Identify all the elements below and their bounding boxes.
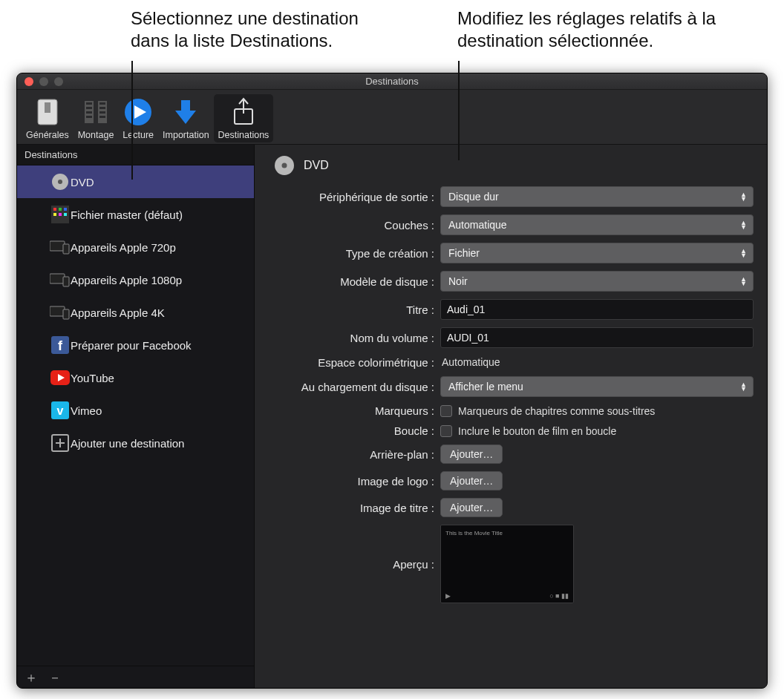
svg-rect-9 [99, 107, 105, 109]
play-icon [123, 96, 153, 128]
checkbox-markers-label: Marqueurs de chapitres comme sous-titres [458, 405, 655, 417]
svg-rect-26 [50, 241, 65, 251]
chevron-updown-icon: ▲▼ [740, 277, 747, 286]
select-value: Noir [448, 275, 468, 287]
svg-rect-21 [59, 208, 62, 211]
select-value: Disque dur [448, 191, 499, 203]
tab-label: Générales [26, 130, 69, 140]
chevron-updown-icon: ▲▼ [740, 192, 747, 201]
svg-marker-14 [175, 100, 196, 124]
tab-montage[interactable]: Montage [74, 94, 119, 142]
preferences-toolbar: Générales Montage Lecture Importation De… [17, 90, 767, 145]
tab-label: Lecture [122, 130, 154, 140]
svg-rect-6 [86, 111, 92, 114]
switch-icon [36, 96, 59, 128]
label-build-type: Type de création : [268, 247, 440, 260]
plus-box-icon [50, 433, 71, 453]
destination-item-vimeo[interactable]: v Vimeo [17, 394, 254, 427]
svg-rect-10 [99, 111, 105, 114]
devices-icon [50, 237, 71, 257]
select-value: Automatique [448, 219, 507, 231]
svg-rect-1 [45, 102, 50, 113]
svg-rect-20 [53, 208, 56, 211]
input-volume-name[interactable] [440, 327, 754, 348]
destination-item-1080p[interactable]: Appareils Apple 1080p [17, 263, 254, 296]
svg-rect-28 [50, 274, 65, 283]
chevron-updown-icon: ▲▼ [740, 382, 747, 391]
select-layers[interactable]: Automatique ▲▼ [440, 214, 754, 235]
checkbox-markers[interactable] [440, 405, 452, 417]
label-layers: Couches : [268, 219, 440, 232]
destination-item-youtube[interactable]: YouTube [17, 361, 254, 394]
label-disc-template: Modèle de disque : [268, 275, 440, 288]
detail-title: DVD [304, 159, 329, 172]
svg-rect-31 [63, 309, 69, 319]
preferences-window: Destinations Générales Montage Lecture I… [16, 73, 768, 689]
tab-generales[interactable]: Générales [22, 94, 74, 142]
label-title-image: Image de titre : [268, 502, 440, 514]
destinations-sidebar: Destinations DVD Fichier master (défaut) [17, 145, 255, 688]
destination-item-facebook[interactable]: f Préparer pour Facebook [17, 329, 254, 361]
youtube-icon [50, 367, 71, 388]
svg-text:v: v [57, 404, 64, 417]
destination-item-master[interactable]: Fichier master (défaut) [17, 198, 254, 231]
label-background: Arrière-plan : [268, 448, 440, 461]
svg-rect-23 [53, 213, 56, 216]
destinations-list: DVD Fichier master (défaut) Appareils Ap… [17, 165, 254, 666]
sidebar-header: Destinations [17, 145, 254, 165]
devices-icon [50, 302, 71, 323]
remove-destination-button[interactable]: － [48, 669, 62, 686]
svg-rect-27 [63, 244, 69, 254]
label-preview: Aperçu : [268, 558, 440, 571]
label-title: Titre : [268, 303, 440, 316]
select-value: Fichier [448, 247, 480, 259]
svg-rect-4 [86, 102, 92, 105]
facebook-icon: f [50, 335, 71, 355]
select-value: Afficher le menu [448, 381, 523, 393]
svg-point-18 [58, 180, 62, 184]
select-output-device[interactable]: Disque dur ▲▼ [440, 186, 754, 207]
svg-rect-22 [64, 208, 67, 211]
label-output-device: Périphérique de sortie : [268, 191, 440, 203]
preview-text: This is the Movie Title [445, 530, 503, 536]
svg-rect-25 [64, 213, 67, 216]
button-add-title-image[interactable]: Ajouter… [440, 498, 503, 517]
preview-thumbnail: This is the Movie Title ▶ ○ ■ ▮▮ [440, 525, 574, 603]
detail-pane: DVD Périphérique de sortie : Disque dur … [255, 145, 767, 688]
label-loop: Boucle : [268, 424, 440, 437]
select-build-type[interactable]: Fichier ▲▼ [440, 243, 754, 263]
tab-importation[interactable]: Importation [158, 94, 214, 142]
filmstrip-icon [82, 96, 110, 128]
tab-lecture[interactable]: Lecture [118, 94, 158, 142]
svg-rect-5 [86, 107, 92, 109]
label-markers: Marqueurs : [268, 404, 440, 417]
chevron-updown-icon: ▲▼ [740, 220, 747, 229]
destination-item-720p[interactable]: Appareils Apple 720p [17, 231, 254, 263]
devices-icon [50, 269, 71, 290]
tab-label: Montage [78, 130, 114, 140]
callout-line-right [458, 61, 460, 160]
svg-rect-29 [63, 277, 69, 286]
button-add-background[interactable]: Ajouter… [440, 444, 503, 464]
svg-point-42 [282, 163, 287, 168]
destination-item-dvd[interactable]: DVD [17, 165, 254, 198]
label-color-space: Espace colorimétrique : [268, 356, 440, 369]
vimeo-icon: v [50, 400, 71, 421]
select-on-load[interactable]: Afficher le menu ▲▼ [440, 376, 754, 397]
destination-item-add[interactable]: Ajouter une destination [17, 427, 254, 459]
chevron-updown-icon: ▲▼ [740, 249, 747, 257]
button-add-logo[interactable]: Ajouter… [440, 471, 503, 490]
checkbox-loop[interactable] [440, 425, 452, 437]
tab-label: Importation [163, 130, 209, 140]
preview-controls: ▶ ○ ■ ▮▮ [445, 592, 569, 600]
destination-item-4k[interactable]: Appareils Apple 4K [17, 296, 254, 329]
add-destination-button[interactable]: ＋ [24, 669, 38, 686]
svg-rect-7 [86, 116, 92, 118]
share-icon [230, 96, 257, 128]
select-disc-template[interactable]: Noir ▲▼ [440, 271, 754, 292]
tab-destinations[interactable]: Destinations [214, 94, 274, 142]
sidebar-footer: ＋ － [17, 666, 254, 688]
play-small-icon: ▶ [445, 592, 451, 600]
input-title[interactable] [440, 299, 754, 320]
disc-icon [50, 171, 71, 192]
